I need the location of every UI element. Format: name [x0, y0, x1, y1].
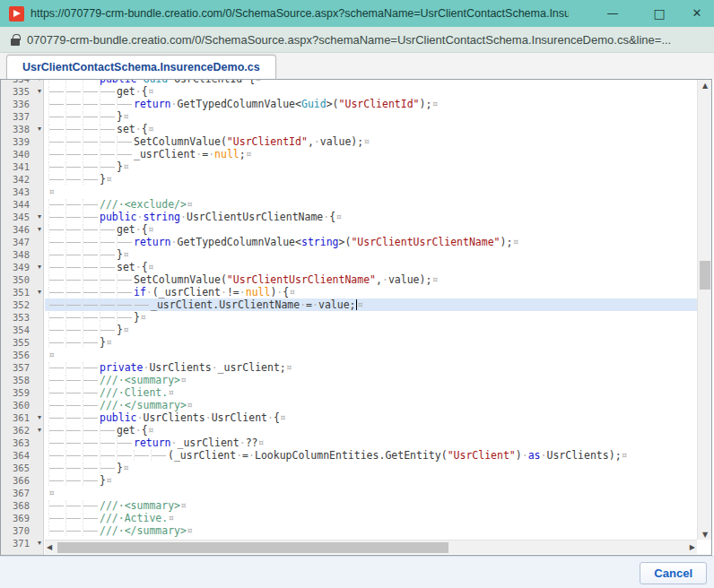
fold-arrow-icon[interactable]: ▾	[38, 424, 41, 437]
code-line[interactable]: public·UsrClients·UsrClient·{¤	[45, 411, 697, 424]
vertical-scrollbar-thumb[interactable]	[700, 261, 710, 290]
code-line[interactable]: }¤	[45, 474, 697, 487]
code-line[interactable]: get·{¤	[45, 85, 697, 98]
line-number: 335▾	[1, 85, 43, 98]
creatio-favicon-icon	[9, 6, 24, 22]
code-line[interactable]: ///·Client.¤	[45, 386, 697, 399]
line-number: 371▾	[1, 537, 43, 549]
code-line[interactable]: }¤	[45, 248, 697, 261]
code-line[interactable]: ///·<summary>¤	[45, 374, 697, 386]
code-line[interactable]: ///·<exclude/>¤	[45, 198, 697, 211]
maximize-button[interactable]: □	[649, 5, 669, 22]
horizontal-scrollbar[interactable]: ◀ ▶	[45, 540, 697, 554]
code-line[interactable]: }¤	[45, 110, 697, 123]
code-line[interactable]: get·{¤	[45, 424, 697, 437]
code-line[interactable]: ¤	[45, 487, 697, 499]
cancel-button[interactable]: Cancel	[640, 562, 707, 584]
scroll-down-icon[interactable]: ▼	[698, 531, 712, 539]
code-line[interactable]: }¤	[45, 311, 697, 324]
fold-arrow-icon[interactable]: ▾	[38, 211, 41, 223]
scroll-up-icon[interactable]: ▲	[698, 82, 712, 90]
line-number: 345▾	[1, 211, 43, 223]
code-line[interactable]: }¤	[45, 336, 697, 349]
line-number: 355	[1, 336, 43, 349]
line-number: 366	[1, 474, 43, 487]
code-line[interactable]: ¤	[45, 349, 697, 361]
line-number: 347	[1, 236, 43, 248]
line-number: 342	[1, 173, 43, 186]
fold-arrow-icon[interactable]: ▾	[38, 223, 41, 236]
horizontal-scrollbar-thumb[interactable]	[57, 542, 448, 553]
line-number: 361▾	[1, 411, 43, 424]
scroll-left-icon[interactable]: ◀	[47, 540, 52, 554]
url-text[interactable]: 070779-crm-bundle.creatio.com/0/SchemaSo…	[27, 33, 705, 47]
code-line[interactable]: private·UsrClients·_usrClient;¤	[45, 361, 697, 374]
line-number: 350	[1, 273, 43, 286]
fold-arrow-icon[interactable]: ▾	[38, 123, 41, 135]
line-number: 343	[1, 186, 43, 198]
code-line[interactable]: }¤	[45, 324, 697, 336]
line-number: 340	[1, 148, 43, 160]
fold-arrow-icon[interactable]: ▾	[38, 261, 41, 273]
code-line[interactable]: return·_usrClient·??¤	[45, 437, 697, 449]
dialog-footer: Cancel	[0, 556, 714, 588]
line-number: 365	[1, 462, 43, 474]
code-line[interactable]: if·(_usrClient·!=·null)·{¤	[45, 286, 697, 298]
code-line[interactable]: ///·<summary>¤	[45, 499, 697, 512]
code-line[interactable]: }¤	[45, 160, 697, 173]
code-line[interactable]: ///·Active.¤	[45, 512, 697, 524]
line-number: 364	[1, 449, 43, 462]
code-line[interactable]: ///·</summary>¤	[45, 399, 697, 411]
code-line[interactable]: set·{¤	[45, 261, 697, 273]
address-bar[interactable]: 070779-crm-bundle.creatio.com/0/SchemaSo…	[0, 27, 714, 53]
code-area[interactable]: public·Guid·UsrClientId·{¤get·{¤return·G…	[45, 80, 697, 540]
line-number: 370	[1, 524, 43, 537]
line-number: 362▾	[1, 424, 43, 437]
close-button[interactable]: ✕	[687, 5, 707, 22]
scrollbar-corner	[697, 540, 711, 554]
code-line[interactable]: }¤	[45, 173, 697, 186]
fold-arrow-icon[interactable]: ▾	[38, 411, 41, 424]
code-line[interactable]: ¤	[45, 186, 697, 198]
line-number: 359	[1, 386, 43, 399]
code-line[interactable]: return·GetTypedColumnValue<Guid>("UsrCli…	[45, 98, 697, 110]
line-number: 354	[1, 324, 43, 336]
minimize-button[interactable]: —	[603, 5, 623, 22]
line-number: 346▾	[1, 223, 43, 236]
line-number: 356	[1, 349, 43, 361]
window-titlebar: https://070779-crm-bundle.creatio.com/0/…	[0, 0, 714, 27]
line-number: 368	[1, 499, 43, 512]
fold-arrow-icon[interactable]: ▾	[38, 537, 41, 549]
code-line[interactable]: SetColumnValue("UsrClientId",·value);¤	[45, 135, 697, 148]
code-line[interactable]: return·GetTypedColumnValue<string>("UsrC…	[45, 236, 697, 248]
tab-schema-file[interactable]: UsrClientContactSchema.InsurenceDemo.cs	[6, 55, 276, 79]
code-editor[interactable]: 334▾335▾336337338▾339340341342343344345▾…	[0, 79, 712, 556]
code-line[interactable]: _usrClient.UsrClientName·=·value;¤	[45, 298, 697, 311]
fold-arrow-icon[interactable]: ▾	[38, 286, 41, 298]
code-line[interactable]: SetColumnValue("UsrClientUsrClientName",…	[45, 273, 697, 286]
code-line[interactable]: public·string·UsrClientUsrClientName·{¤	[45, 211, 697, 223]
code-line[interactable]: (_usrClient·=·LookupColumnEntities.GetEn…	[45, 449, 697, 462]
lock-icon	[11, 39, 20, 46]
line-number: 337	[1, 110, 43, 123]
line-number: 338▾	[1, 123, 43, 135]
tab-strip: UsrClientContactSchema.InsurenceDemo.cs	[0, 53, 714, 79]
code-line[interactable]: }¤	[45, 462, 697, 474]
window-title: https://070779-crm-bundle.creatio.com/0/…	[30, 7, 569, 20]
gutter: 334▾335▾336337338▾339340341342343344345▾…	[1, 80, 44, 555]
code-line[interactable]: ///·</summary>¤	[45, 524, 697, 537]
line-number: 351▾	[1, 286, 43, 298]
code-line[interactable]: set·{¤	[45, 123, 697, 135]
code-line[interactable]: _usrClient·=·null;¤	[45, 148, 697, 160]
line-number: 369	[1, 512, 43, 524]
vertical-scrollbar[interactable]: ▲ ▼	[697, 80, 711, 540]
line-number: 367	[1, 487, 43, 499]
scroll-right-icon[interactable]: ▶	[690, 540, 695, 554]
fold-arrow-icon[interactable]: ▾	[38, 85, 41, 98]
line-number: 339	[1, 135, 43, 148]
line-number: 353	[1, 311, 43, 324]
line-number: 344	[1, 198, 43, 211]
line-number: 358	[1, 374, 43, 386]
code-line[interactable]: get·{¤	[45, 223, 697, 236]
line-number: 360	[1, 399, 43, 411]
